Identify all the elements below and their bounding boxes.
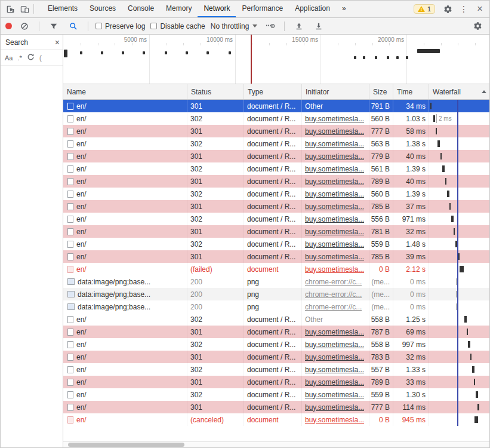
- initiator-text[interactable]: buy.sometimesla...: [305, 328, 364, 336]
- time-cell: 0 ms: [393, 288, 429, 300]
- table-row[interactable]: en/302document / R...buy.sometimesla...5…: [63, 363, 489, 376]
- table-row[interactable]: data:image/png;base...200pngchrome-error…: [63, 275, 489, 288]
- status-cell: 301: [187, 150, 244, 162]
- refresh-icon[interactable]: [27, 53, 35, 62]
- close-icon[interactable]: ×: [473, 2, 487, 16]
- tab-elements[interactable]: Elements: [42, 1, 84, 17]
- waterfall-cell: [429, 275, 490, 288]
- table-row[interactable]: en/301document / R...buy.sometimesla...7…: [63, 225, 489, 238]
- initiator-text[interactable]: buy.sometimesla...: [305, 403, 364, 412]
- table-row[interactable]: en/302document / R...Other558 B1.25 s: [63, 313, 489, 326]
- table-row[interactable]: en/301document / R...buy.sometimesla...7…: [63, 351, 489, 363]
- initiator-text[interactable]: buy.sometimesla...: [305, 391, 364, 399]
- column-header-name[interactable]: Name: [63, 84, 187, 99]
- initiator-text[interactable]: buy.sometimesla...: [305, 353, 364, 361]
- disable-cache-checkbox[interactable]: Disable cache: [150, 22, 205, 30]
- table-row[interactable]: en/301document / R...buy.sometimesla...7…: [63, 175, 489, 188]
- table-row[interactable]: en/302document / R...buy.sometimesla...5…: [63, 213, 489, 225]
- horizontal-scrollbar[interactable]: [63, 441, 489, 447]
- table-row[interactable]: en/301document / R...buy.sometimesla...7…: [63, 326, 489, 338]
- table-row[interactable]: en/302document / R...buy.sometimesla...5…: [63, 112, 489, 125]
- tab-sources[interactable]: Sources: [84, 1, 122, 17]
- tab-memory[interactable]: Memory: [160, 1, 198, 17]
- table-row[interactable]: en/301document / R...buy.sometimesla...7…: [63, 250, 489, 263]
- initiator-text[interactable]: buy.sometimesla...: [305, 340, 364, 349]
- table-row[interactable]: en/(canceled)documentbuy.sometimesla...0…: [63, 413, 489, 426]
- devtools-settings-gear-icon[interactable]: [440, 2, 455, 16]
- initiator-text[interactable]: buy.sometimesla...: [305, 115, 364, 123]
- filter-icon[interactable]: [47, 19, 61, 33]
- table-row[interactable]: data:image/png;base...200pngchrome-error…: [63, 288, 489, 300]
- table-row[interactable]: en/301document / R...buy.sometimesla...7…: [63, 376, 489, 388]
- initiator-text[interactable]: chrome-error://c...: [305, 303, 362, 311]
- initiator-text[interactable]: chrome-error://c...: [305, 290, 362, 299]
- export-har-icon[interactable]: [312, 19, 326, 33]
- search-icon[interactable]: [66, 19, 81, 33]
- column-header-initiator[interactable]: Initiator: [302, 84, 369, 99]
- tab-more[interactable]: »: [336, 1, 352, 17]
- tab-console[interactable]: Console: [122, 1, 160, 17]
- timeline-overview[interactable]: 5000 ms10000 ms15000 ms20000 ms: [63, 35, 489, 84]
- column-header-status[interactable]: Status: [187, 84, 244, 99]
- overview-activity-bar: [375, 56, 377, 59]
- initiator-text[interactable]: buy.sometimesla...: [305, 228, 364, 236]
- preserve-log-checkbox[interactable]: Preserve log: [95, 22, 145, 30]
- tab-performance[interactable]: Performance: [236, 1, 289, 17]
- match-case-toggle[interactable]: Aa: [5, 54, 13, 62]
- overview-minor-tick: [441, 43, 442, 45]
- initiator-text[interactable]: buy.sometimesla...: [305, 253, 364, 261]
- inspect-icon[interactable]: [3, 2, 17, 16]
- device-toolbar-icon[interactable]: [17, 2, 32, 16]
- column-header-type[interactable]: Type: [244, 84, 302, 99]
- column-header-waterfall[interactable]: Waterfall: [429, 84, 490, 99]
- column-header-time[interactable]: Time: [393, 84, 429, 99]
- waterfall-bar: [467, 329, 468, 335]
- table-row[interactable]: en/302document / R...buy.sometimesla...5…: [63, 238, 489, 250]
- initiator-text[interactable]: buy.sometimesla...: [305, 177, 364, 186]
- clear-icon[interactable]: [17, 19, 32, 33]
- tab-application[interactable]: Application: [289, 1, 336, 17]
- scrollbar-thumb[interactable]: [68, 443, 184, 447]
- table-row[interactable]: en/302document / R...buy.sometimesla...5…: [63, 137, 489, 150]
- initiator-text[interactable]: buy.sometimesla...: [305, 378, 364, 386]
- initiator-text[interactable]: buy.sometimesla...: [305, 202, 364, 211]
- network-settings-gear-icon[interactable]: [470, 19, 485, 33]
- initiator-text[interactable]: buy.sometimesla...: [305, 265, 364, 274]
- table-row[interactable]: en/302document / R...buy.sometimesla...5…: [63, 388, 489, 401]
- initiator-text[interactable]: chrome-error://c...: [305, 278, 362, 286]
- throttling-dropdown[interactable]: No throttling: [211, 22, 258, 30]
- initiator-text[interactable]: buy.sometimesla...: [305, 190, 364, 198]
- regex-toggle[interactable]: .*: [17, 54, 21, 62]
- overview-cursor-line: [251, 35, 252, 84]
- table-row[interactable]: en/302document / R...buy.sometimesla...5…: [63, 188, 489, 200]
- initiator-text[interactable]: buy.sometimesla...: [305, 215, 364, 223]
- initiator-text[interactable]: buy.sometimesla...: [305, 366, 364, 374]
- initiator-text[interactable]: buy.sometimesla...: [305, 140, 364, 148]
- table-row[interactable]: en/301document / R...Other791 B34 ms: [63, 100, 489, 112]
- record-button[interactable]: [5, 23, 12, 29]
- table-row[interactable]: en/(failed)documentbuy.sometimesla...0 B…: [63, 263, 489, 275]
- type-cell: document / R...: [244, 225, 302, 238]
- column-header-size[interactable]: Size: [369, 84, 393, 99]
- import-har-icon[interactable]: [292, 19, 306, 33]
- warning-badge[interactable]: ! 1: [414, 4, 435, 14]
- table-row[interactable]: en/301document / R...buy.sometimesla...7…: [63, 401, 489, 413]
- tab-network[interactable]: Network: [198, 1, 236, 17]
- table-row[interactable]: en/302document / R...buy.sometimesla...5…: [63, 162, 489, 175]
- status-cell: (canceled): [187, 413, 244, 426]
- kebab-menu-icon[interactable]: ⋮: [457, 2, 471, 16]
- table-row[interactable]: en/301document / R...buy.sometimesla...7…: [63, 200, 489, 213]
- table-row[interactable]: data:image/png;base...200pngchrome-error…: [63, 300, 489, 313]
- close-search-icon[interactable]: ×: [55, 38, 60, 47]
- time-cell: 32 ms: [393, 351, 429, 363]
- separator: [39, 22, 39, 31]
- initiator-text[interactable]: buy.sometimesla...: [305, 240, 364, 248]
- network-conditions-icon[interactable]: [263, 19, 277, 33]
- table-row[interactable]: en/301document / R...buy.sometimesla...7…: [63, 150, 489, 162]
- initiator-text[interactable]: buy.sometimesla...: [305, 416, 364, 424]
- initiator-text[interactable]: buy.sometimesla...: [305, 152, 364, 161]
- initiator-text[interactable]: buy.sometimesla...: [305, 165, 364, 173]
- table-row[interactable]: en/302document / R...buy.sometimesla...5…: [63, 338, 489, 351]
- initiator-text[interactable]: buy.sometimesla...: [305, 127, 364, 136]
- table-row[interactable]: en/301document / R...buy.sometimesla...7…: [63, 125, 489, 137]
